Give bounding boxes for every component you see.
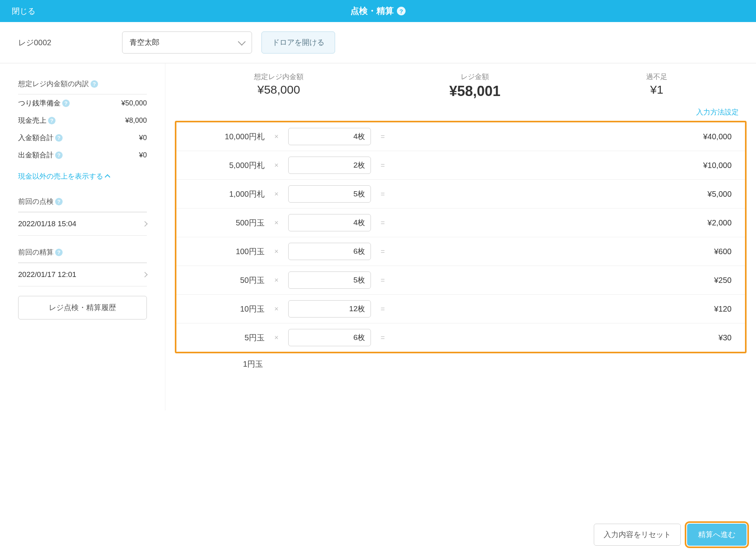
denom-label: 10円玉 — [186, 304, 265, 314]
prev-settle-time: 2022/01/17 12:01 — [18, 270, 76, 279]
summary-diff: 過不足 ¥1 — [646, 72, 667, 100]
prev-check-time: 2022/01/18 15:04 — [18, 220, 76, 228]
denomination-row: 5円玉×=¥30 — [176, 323, 745, 352]
help-icon[interactable]: ? — [397, 7, 406, 15]
breakdown-row-cash-sales: 現金売上 ? ¥8,000 — [18, 112, 147, 129]
equals-icon: = — [371, 334, 395, 342]
denom-count-input[interactable] — [288, 185, 371, 203]
breakdown-title: 想定レジ内金額の内訳 ? — [18, 79, 147, 94]
summary-expected: 想定レジ内金額 ¥58,000 — [254, 72, 304, 100]
multiply-icon: × — [265, 305, 288, 313]
denomination-row: 1,000円札×=¥5,000 — [176, 180, 745, 209]
help-icon[interactable]: ? — [55, 198, 63, 205]
multiply-icon: × — [265, 133, 288, 141]
help-icon[interactable]: ? — [55, 249, 63, 256]
denom-label: 10,000円札 — [186, 131, 265, 142]
denomination-row: 5,000円札×=¥10,000 — [176, 151, 745, 180]
chevron-down-icon — [238, 38, 246, 46]
denomination-row: 500円玉×=¥2,000 — [176, 209, 745, 237]
breakdown-value: ¥0 — [139, 134, 147, 142]
summary-row: 想定レジ内金額 ¥58,000 レジ金額 ¥58,001 過不足 ¥1 — [173, 72, 748, 103]
chevron-right-icon — [142, 221, 148, 227]
multiply-icon: × — [265, 161, 288, 170]
summary-actual-value: ¥58,001 — [449, 83, 500, 100]
denom-count-input[interactable] — [288, 214, 371, 231]
history-button[interactable]: レジ点検・精算履歴 — [18, 296, 147, 319]
multiply-icon: × — [265, 334, 288, 342]
breakdown-value: ¥8,000 — [125, 116, 147, 125]
prev-check-title-text: 前回の点検 — [18, 197, 54, 206]
staff-select[interactable]: 青空太郎 — [122, 31, 252, 54]
denomination-row: 10,000円札×=¥40,000 — [176, 122, 745, 151]
app-header: 閉じる 点検・精算 ? — [0, 0, 756, 22]
denom-subtotal: ¥250 — [395, 276, 736, 285]
summary-diff-label: 過不足 — [646, 72, 667, 81]
multiply-icon: × — [265, 190, 288, 198]
denom-subtotal: ¥30 — [395, 333, 736, 342]
breakdown-row-withdrawal: 出金額合計 ? ¥0 — [18, 146, 147, 164]
denom-subtotal: ¥40,000 — [395, 132, 736, 141]
summary-expected-label: 想定レジ内金額 — [254, 72, 304, 81]
denom-label: 1,000円札 — [186, 189, 265, 199]
main-panel: 想定レジ内金額 ¥58,000 レジ金額 ¥58,001 過不足 ¥1 入力方法… — [165, 63, 756, 410]
register-label: レジ0002 — [18, 37, 113, 48]
denomination-row: 10円玉×=¥120 — [176, 295, 745, 323]
breakdown-label: つり銭準備金 ? — [18, 98, 70, 108]
denom-label: 5,000円札 — [186, 160, 265, 171]
help-icon[interactable]: ? — [91, 80, 98, 88]
staff-select-value: 青空太郎 — [130, 37, 159, 48]
equals-icon: = — [371, 190, 395, 198]
denom-label: 50円玉 — [186, 275, 265, 286]
summary-diff-value: ¥1 — [646, 83, 667, 96]
denom-subtotal: ¥600 — [395, 247, 736, 256]
breakdown-value: ¥50,000 — [121, 99, 147, 107]
help-icon[interactable]: ? — [62, 100, 70, 107]
denomination-table: 10,000円札×=¥40,0005,000円札×=¥10,0001,000円札… — [175, 121, 747, 353]
denomination-row: 100円玉×=¥600 — [176, 237, 745, 266]
prev-settle-title: 前回の精算 ? — [18, 247, 147, 263]
breakdown-label: 入金額合計 ? — [18, 133, 63, 142]
denom-count-input[interactable] — [288, 157, 371, 174]
multiply-icon: × — [265, 247, 288, 256]
page-title-text: 点検・精算 — [350, 5, 394, 17]
denom-count-input[interactable] — [288, 271, 371, 289]
breakdown-label: 出金額合計 ? — [18, 150, 63, 160]
prev-check-row[interactable]: 2022/01/18 15:04 — [18, 212, 147, 236]
equals-icon: = — [371, 133, 395, 141]
denom-count-input[interactable] — [288, 329, 371, 346]
denom-subtotal: ¥2,000 — [395, 218, 736, 227]
breakdown-label: 現金売上 ? — [18, 116, 56, 125]
content: 想定レジ内金額の内訳 ? つり銭準備金 ? ¥50,000 現金売上 ? ¥8,… — [0, 63, 756, 410]
breakdown-row-deposit: 入金額合計 ? ¥0 — [18, 129, 147, 146]
prev-settle-title-text: 前回の精算 — [18, 247, 54, 257]
input-settings-link[interactable]: 入力方法設定 — [173, 103, 748, 121]
denom-label: 1円玉 — [184, 359, 263, 369]
breakdown-title-text: 想定レジ内金額の内訳 — [18, 79, 89, 89]
breakdown-row-change-fund: つり銭準備金 ? ¥50,000 — [18, 94, 147, 112]
open-drawer-button[interactable]: ドロアを開ける — [261, 31, 335, 54]
denom-count-input[interactable] — [288, 300, 371, 318]
toggle-noncash-link[interactable]: 現金以外の売上を表示する — [18, 172, 147, 181]
equals-icon: = — [371, 276, 395, 284]
denom-count-input[interactable] — [288, 128, 371, 145]
denom-label: 5円玉 — [186, 332, 265, 343]
help-icon[interactable]: ? — [55, 134, 63, 142]
help-icon[interactable]: ? — [55, 151, 63, 159]
prev-check-title: 前回の点検 ? — [18, 197, 147, 212]
chevron-up-icon — [105, 174, 110, 180]
sidebar: 想定レジ内金額の内訳 ? つり銭準備金 ? ¥50,000 現金売上 ? ¥8,… — [0, 63, 165, 410]
denom-subtotal: ¥10,000 — [395, 161, 736, 170]
breakdown-value: ¥0 — [139, 151, 147, 159]
page-title: 点検・精算 ? — [350, 5, 406, 17]
help-icon[interactable]: ? — [48, 117, 56, 124]
summary-actual: レジ金額 ¥58,001 — [449, 72, 500, 100]
denom-count-input[interactable] — [288, 243, 371, 260]
denom-label: 500円玉 — [186, 218, 265, 228]
denomination-row: 50円玉×=¥250 — [176, 266, 745, 295]
prev-settle-row[interactable]: 2022/01/17 12:01 — [18, 263, 147, 286]
equals-icon: = — [371, 219, 395, 227]
equals-icon: = — [371, 305, 395, 313]
close-button[interactable]: 閉じる — [12, 6, 35, 17]
equals-icon: = — [371, 161, 395, 170]
toolbar: レジ0002 青空太郎 ドロアを開ける — [0, 22, 756, 63]
